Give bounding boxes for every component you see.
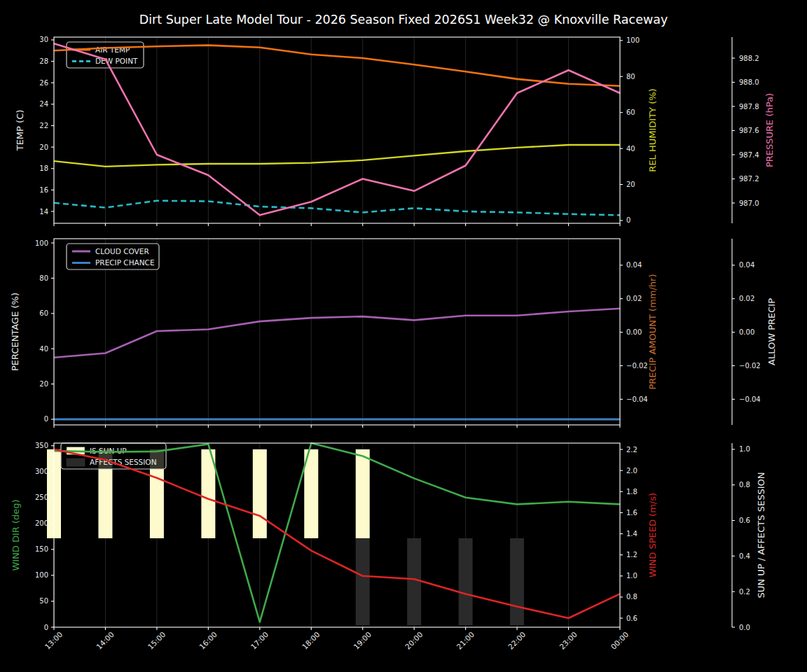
bar-is-sun-up: [356, 449, 370, 538]
bar-affects-session: [510, 538, 524, 626]
tick-label: 100: [35, 571, 48, 579]
tick-label: 0: [44, 415, 48, 423]
series-line-rel-humidity: [54, 145, 620, 167]
weather-forecast-figure: Dirt Super Late Model Tour - 2026 Season…: [0, 0, 807, 672]
tick-label: 40: [39, 345, 48, 353]
legend: CLOUD COVERPRECIP CHANCE: [67, 244, 159, 270]
tick-label: 987.8: [739, 103, 759, 111]
tick-label: 20: [39, 380, 48, 388]
bar-affects-session: [459, 538, 473, 626]
right-inner-axis-title: PRECIP AMOUNT (mm/hr): [647, 274, 658, 389]
x-tick-label: 17:00: [249, 630, 270, 651]
legend-label: CLOUD COVER: [95, 247, 149, 255]
tick-label: 14: [39, 208, 48, 216]
tick-label: 18: [39, 164, 48, 172]
tick-label: 2.2: [626, 446, 637, 454]
tick-label: 28: [39, 57, 48, 65]
x-tick-label: 22:00: [506, 630, 527, 651]
tick-label: 0.4: [739, 552, 750, 560]
tick-label: 250: [35, 493, 48, 501]
tick-label: 0.6: [626, 615, 637, 622]
right-outer-axis-title: ALLOW PRECIP: [766, 298, 777, 365]
tick-label: −0.04: [626, 396, 648, 403]
tick-label: 300: [35, 468, 48, 475]
x-tick-label: 00:00: [609, 630, 630, 651]
legend-label: IS SUN UP: [90, 447, 127, 455]
tick-label: 0.04: [626, 261, 642, 269]
tick-label: 987.2: [739, 175, 759, 183]
legend-swatch: [67, 458, 85, 466]
tick-label: −0.04: [739, 396, 761, 403]
tick-label: 60: [626, 108, 635, 116]
series-line-pressure: [54, 43, 620, 215]
right-outer-axis-title: PRESSURE (hPa): [764, 93, 775, 167]
tick-label: 987.6: [739, 127, 759, 134]
x-tick-label: 20:00: [404, 630, 425, 651]
tick-label: 60: [39, 309, 48, 317]
series-line-wind-speed: [54, 449, 620, 618]
tick-label: 0.04: [739, 261, 754, 269]
tick-label: 0: [44, 624, 48, 631]
tick-label: 80: [39, 274, 48, 282]
x-tick-label: 16:00: [198, 630, 219, 651]
x-tick-label: 23:00: [558, 630, 579, 651]
tick-label: 0: [626, 216, 630, 224]
x-tick-label: 15:00: [146, 630, 167, 651]
tick-label: 1.8: [626, 488, 637, 496]
tick-label: −0.02: [626, 362, 648, 370]
tick-label: 987.4: [739, 151, 759, 159]
panel-wind: IS SUN UPAFFECTS SESSION0501001502002503…: [11, 442, 766, 651]
tick-label: 0.00: [739, 328, 754, 336]
tick-label: 100: [626, 36, 640, 44]
tick-label: 0.6: [739, 517, 750, 524]
panel-temperature: AIR TEMPDEW POINT14161820222426283002040…: [15, 36, 775, 226]
chart-layers: AIR TEMPDEW POINT14161820222426283002040…: [10, 36, 777, 650]
panel-precipitation: CLOUD COVERPRECIP CHANCE020406080100−0.0…: [10, 239, 777, 428]
tick-label: 0.0: [739, 624, 750, 631]
x-tick-label: 18:00: [301, 630, 322, 651]
tick-label: 22: [39, 122, 48, 130]
tick-label: 150: [35, 545, 48, 553]
tick-label: 1.4: [626, 530, 637, 538]
tick-label: 26: [39, 79, 48, 87]
bar-affects-session: [407, 538, 421, 626]
series-line-wind-dir: [54, 443, 620, 622]
legend: AIR TEMPDEW POINT: [67, 42, 144, 68]
tick-label: 100: [35, 239, 48, 247]
tick-label: 16: [39, 186, 48, 194]
weather-forecast-chart: Dirt Super Late Model Tour - 2026 Season…: [0, 0, 807, 672]
right-outer-axis-title: SUN UP / AFFECTS SESSION: [756, 472, 766, 598]
left-axis-title: TEMP (C): [15, 110, 25, 152]
legend-label: PRECIP CHANCE: [95, 258, 155, 267]
tick-label: 0.8: [626, 593, 637, 601]
chart-title: Dirt Super Late Model Tour - 2026 Season…: [139, 13, 668, 27]
tick-label: 0.02: [626, 295, 642, 302]
series-line-cloud-cover: [54, 309, 620, 358]
tick-label: 200: [35, 519, 48, 527]
tick-label: 1.2: [626, 551, 637, 559]
right-inner-axis-title: WIND SPEED (m/s): [647, 493, 658, 578]
tick-label: −0.02: [739, 362, 761, 370]
tick-label: 1.0: [626, 572, 637, 580]
tick-label: 0.2: [739, 588, 750, 596]
x-tick-label: 21:00: [455, 630, 476, 651]
legend: IS SUN UPAFFECTS SESSION: [61, 443, 166, 469]
bar-is-sun-up: [253, 449, 267, 538]
tick-label: 988.0: [739, 78, 759, 86]
tick-label: 30: [39, 36, 48, 43]
tick-label: 20: [626, 181, 635, 188]
tick-label: 2.0: [626, 467, 637, 475]
tick-label: 0.02: [739, 295, 754, 302]
tick-label: 0.00: [626, 328, 642, 336]
x-tick-label: 19:00: [352, 630, 373, 651]
bar-affects-session: [356, 538, 370, 626]
tick-label: 80: [626, 73, 635, 80]
tick-label: 20: [39, 144, 48, 151]
left-axis-title: WIND DIR (deg): [11, 499, 21, 570]
tick-label: 1.0: [739, 445, 750, 453]
tick-label: 24: [39, 100, 48, 108]
tick-label: 40: [626, 145, 635, 153]
tick-label: 50: [39, 597, 48, 605]
tick-label: 0.8: [739, 481, 750, 489]
legend-label: AIR TEMP: [95, 46, 130, 54]
